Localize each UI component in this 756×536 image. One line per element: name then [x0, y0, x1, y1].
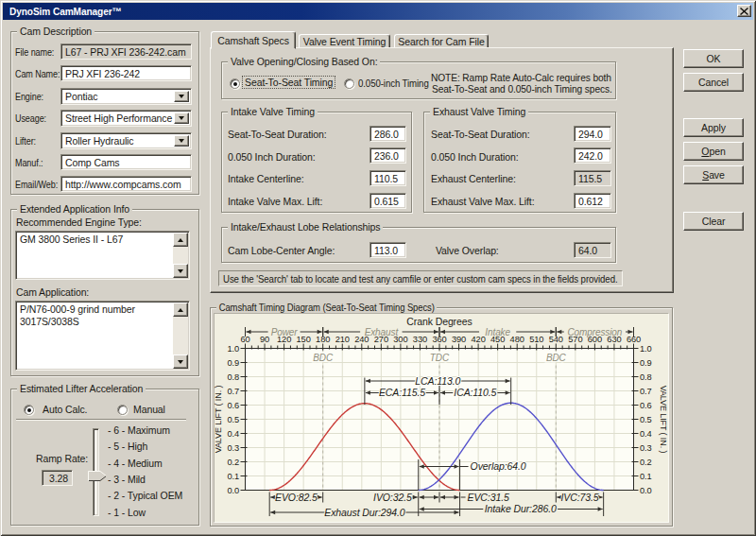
svg-text:0.5: 0.5	[227, 415, 239, 424]
chevron-down-icon	[179, 116, 184, 120]
intake-centerline-input[interactable]: 110.5	[369, 170, 406, 186]
intake-seat-duration-input[interactable]: 286.0	[369, 126, 406, 142]
valve-overlap-label: Valve Overlap:	[436, 245, 499, 256]
svg-text:EVO:82.5: EVO:82.5	[275, 492, 318, 503]
svg-text:0.5: 0.5	[640, 415, 652, 424]
separator	[16, 419, 186, 421]
exhaust-row-label: Exhaust Centerline:	[431, 173, 516, 184]
useage-label: Useage:	[15, 112, 46, 124]
manuf-input[interactable]: Comp Cams	[60, 154, 192, 170]
button-label: OK	[707, 53, 721, 64]
title-bar[interactable]: DynoSim CamManager™	[3, 3, 753, 20]
slider-level-6: - 6 - Maximum	[108, 424, 170, 436]
ramp-rate-slider-thumb[interactable]	[88, 471, 107, 481]
scroll-up-button[interactable]	[173, 233, 188, 247]
svg-text:IVO:32.5: IVO:32.5	[373, 492, 412, 503]
engine-dropdown-button[interactable]	[174, 91, 189, 102]
svg-text:0.1: 0.1	[640, 472, 652, 481]
slider-level-2: - 2 - Typical OEM	[108, 490, 182, 501]
engine-type-textarea[interactable]: GM 3800 Series II - L67	[15, 231, 190, 280]
useage-dropdown-button[interactable]	[174, 112, 189, 124]
cam-application-textarea[interactable]: P/N76-000-9 grind number 3017S/3038S	[15, 301, 190, 371]
intake-row-label: Intake Centerline:	[228, 173, 304, 184]
svg-text:0.6: 0.6	[640, 401, 652, 410]
file-name-field: L67 - PRJ XFI 236-242.cam	[60, 43, 192, 60]
clear-button[interactable]: Clear	[683, 212, 744, 231]
manuf-label: Manuf.:	[15, 157, 43, 168]
svg-text:BDC: BDC	[546, 353, 567, 363]
svg-text:0.8: 0.8	[640, 372, 652, 382]
manual-radio[interactable]	[117, 405, 128, 415]
window-title: DynoSim CamManager™	[9, 6, 122, 17]
arrow-down-icon	[178, 269, 183, 273]
apply-button[interactable]: Apply	[683, 118, 744, 137]
inch-timing-label[interactable]: 0.050-inch Timing	[358, 78, 429, 89]
arrow-down-icon	[178, 360, 183, 364]
tab-camshaft-specs[interactable]: Camshaft Specs	[211, 31, 296, 49]
engine-type-scrollbar[interactable]	[173, 233, 188, 278]
intake-050-duration-input[interactable]: 236.0	[369, 147, 406, 164]
svg-text:ICA:110.5: ICA:110.5	[454, 387, 496, 398]
svg-text:1.0: 1.0	[227, 344, 239, 354]
scroll-down-button[interactable]	[173, 354, 188, 369]
intake-max-lift-input[interactable]: 0.615	[369, 193, 406, 209]
cam-application-label: Cam Application:	[16, 286, 89, 298]
engine-type-label: Recommended Engine Type:	[16, 216, 142, 228]
tab-label: Search for Cam File	[398, 36, 484, 47]
inch-timing-radio[interactable]	[344, 78, 354, 89]
cam-lobe-angle-input[interactable]: 113.0	[369, 242, 406, 258]
engine-label: Engine:	[15, 91, 43, 102]
engine-select[interactable]: Pontiac	[60, 88, 192, 105]
tab-valve-event-timing[interactable]: Valve Event Timing	[299, 34, 390, 48]
svg-text:0.2: 0.2	[227, 458, 239, 467]
svg-text:0.7: 0.7	[640, 387, 652, 396]
svg-text:0.1: 0.1	[227, 472, 239, 481]
valve-overlap-field: 64.0	[574, 242, 611, 258]
lifter-acceleration-title: Estimated Lifter Acceleration	[17, 382, 146, 395]
svg-text:0.8: 0.8	[227, 372, 239, 382]
close-button[interactable]	[737, 5, 751, 17]
exhaust-row-label: 0.050 Inch Duration:	[431, 151, 519, 163]
scroll-down-button[interactable]	[173, 264, 188, 278]
slider-level-4: - 4 - Medium	[108, 458, 163, 469]
svg-text:ECA:115.5: ECA:115.5	[379, 387, 425, 398]
cam-name-input[interactable]: PRJ XFI 236-242	[60, 65, 192, 81]
file-name-label: File name:	[15, 46, 54, 58]
svg-text:VALVE LIFT ( IN. ): VALVE LIFT ( IN. )	[659, 386, 668, 454]
intake-row-label: Intake Valve Max. Lift:	[228, 196, 322, 207]
cam-application-scrollbar[interactable]	[173, 303, 188, 369]
lifter-dropdown-button[interactable]	[174, 135, 189, 147]
save-button[interactable]: Save	[683, 165, 744, 184]
scroll-up-button[interactable]	[173, 303, 188, 317]
exhaust-050-duration-input[interactable]: 242.0	[574, 147, 611, 164]
lifter-select[interactable]: Roller Hydraulic	[60, 132, 192, 149]
tab-search-for-cam-file[interactable]: Search for Cam File	[394, 34, 489, 48]
auto-calc-radio[interactable]	[24, 405, 34, 415]
note-line2: Seat-To-Seat and 0.050-inch Timing specs…	[432, 84, 612, 95]
svg-text:0.4: 0.4	[227, 429, 239, 439]
svg-text:420: 420	[471, 335, 485, 344]
useage-select[interactable]: Street High Performance	[60, 110, 192, 127]
email-web-input[interactable]: http://www.compcams.com	[60, 176, 192, 192]
arrow-up-icon	[178, 238, 183, 242]
svg-text:210: 210	[335, 335, 350, 344]
svg-text:330: 330	[413, 335, 427, 344]
svg-text:0.9: 0.9	[640, 358, 652, 368]
svg-text:Compression: Compression	[567, 327, 622, 337]
exhaust-max-lift-input[interactable]: 0.612	[574, 193, 611, 209]
manual-label[interactable]: Manual	[133, 404, 165, 415]
auto-calc-label[interactable]: Auto Calc.	[43, 404, 87, 415]
ok-button[interactable]: OK	[683, 49, 744, 68]
close-icon	[740, 8, 748, 15]
slider-level-1: - 1 - Low	[108, 507, 146, 518]
svg-text:0.6: 0.6	[227, 401, 239, 410]
seat-to-seat-radio[interactable]	[230, 78, 240, 89]
timing-diagram-chart: BDCTDCBDC6090120150180210240270300330360…	[210, 313, 673, 527]
open-button[interactable]: Open	[683, 142, 744, 161]
chevron-down-icon	[179, 95, 184, 98]
intake-row-label: Seat-To-Seat Duration:	[228, 129, 327, 140]
cancel-button[interactable]: Cancel	[683, 73, 744, 92]
seat-to-seat-label[interactable]: Seat-To-Seat Timing	[243, 77, 335, 88]
lifter-label: Lifter:	[15, 135, 36, 147]
exhaust-seat-duration-input[interactable]: 294.0	[574, 126, 611, 142]
